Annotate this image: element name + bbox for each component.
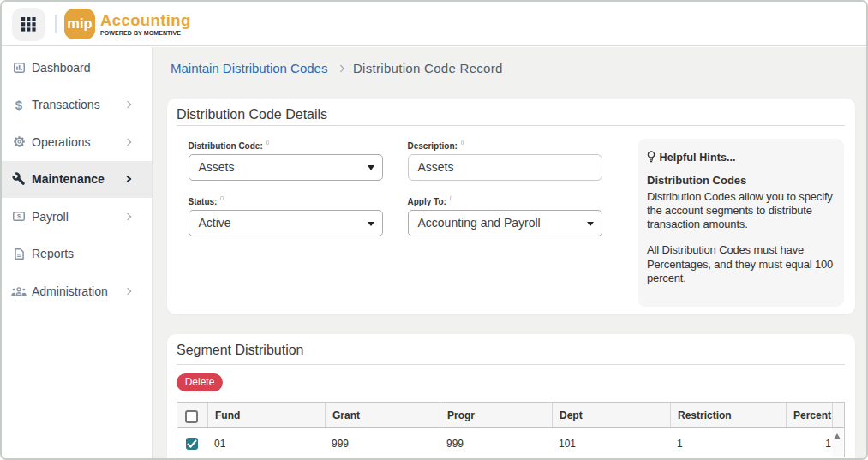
svg-text:$: $ [17,212,21,220]
